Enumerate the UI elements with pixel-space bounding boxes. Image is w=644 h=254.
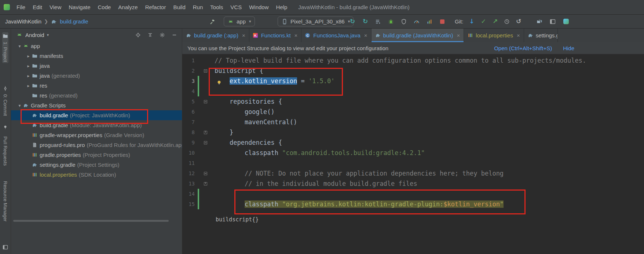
line-number[interactable]: 10 [182,148,195,158]
app-icon[interactable] [4,4,10,10]
tool-stripe-pin[interactable] [3,125,8,131]
history-clock-icon[interactable] [504,18,510,25]
editor-line[interactable]: 15 classpath "org.jetbrains.kotlin:kotli… [182,199,644,209]
project-view-selector[interactable]: Android [25,32,44,38]
tree-item-java[interactable]: ▸java [11,61,182,71]
editor-line[interactable]: 11 [182,158,644,168]
tree-item-gradle-properties-project-properties[interactable]: gradle.properties(Project Properties) [11,150,182,160]
tab-functionsjava-java[interactable]: CFunctionsJava.java× [301,29,371,42]
menu-item-help[interactable]: Help [272,0,291,15]
open-project-structure-link[interactable]: Open (Ctrl+Alt+Shift+S) [494,45,552,51]
editor-line[interactable]: 2buildscript { [182,66,644,76]
breadcrumb-file[interactable]: build.gradle [60,18,88,25]
editor-line[interactable]: 7 mavenCentral() [182,117,644,127]
commit-check-icon[interactable]: ✓ [480,18,487,25]
stripe-bottom-icon[interactable] [3,244,8,251]
chevron-right-icon[interactable]: ▸ [25,54,32,59]
debug-icon[interactable] [388,18,394,25]
chevron-right-icon[interactable]: ▸ [25,83,32,88]
line-number[interactable]: 1 [182,55,195,66]
tool-stripe-1-project[interactable]: 1: Project [2,32,8,63]
editor-breadcrumb[interactable]: buildscript{} [216,216,259,223]
close-icon[interactable]: × [457,32,460,38]
chevron-down-icon[interactable]: ▾ [16,103,23,108]
line-number[interactable]: 4 [182,86,195,96]
chevron-down-icon[interactable]: ▾ [47,33,49,37]
gradient-badge-icon[interactable] [563,18,569,25]
tab-build-gradle-app[interactable]: build.gradle (:app)× [182,29,249,42]
menu-item-window[interactable]: Window [245,0,272,15]
profiler-icon[interactable] [426,18,433,25]
tool-window-layout-icon[interactable] [549,18,556,25]
editor-line[interactable]: 6 google() [182,107,644,117]
line-number[interactable]: 9 [182,137,195,148]
tree-item-settings-gradle-project-settings[interactable]: settings.gradle(Project Settings) [11,160,182,170]
menu-item-tools[interactable]: Tools [206,0,227,15]
tab-settings-gradle[interactable]: settings.gradle× [524,29,558,42]
code-editor[interactable]: 1// Top-level build file where you can a… [182,54,644,254]
chevron-down-icon[interactable]: ▾ [16,44,23,49]
menu-item-edit[interactable]: Edit [29,0,46,15]
push-icon[interactable]: ↗ [492,18,498,25]
line-number[interactable]: 7 [182,117,195,127]
menu-item-code[interactable]: Code [94,0,114,15]
hide-panel-icon[interactable] [171,32,178,38]
line-number[interactable]: 3 [182,76,195,86]
tree-item-java-generated[interactable]: ▸java(generated) [11,71,182,81]
fold-open-icon[interactable] [199,96,212,107]
close-icon[interactable]: × [517,32,520,38]
menu-item-build[interactable]: Build [169,0,189,15]
attach-debugger-icon[interactable] [375,18,381,25]
menu-item-run[interactable]: Run [189,0,207,15]
stop-icon[interactable] [439,18,446,25]
tree-item-build-gradle-module-javawithkotlin-app[interactable]: build.gradle(Module: JavaWithKotlin.app) [11,120,182,130]
apply-code-changes-icon[interactable]: ↻ [362,18,369,25]
menu-item-view[interactable]: View [46,0,65,15]
tree-item-res-generated[interactable]: res(generated) [11,91,182,100]
tree-item-gradle-wrapper-properties-gradle-version[interactable]: gradle-wrapper.properties(Gradle Version… [11,130,182,140]
tree-item-local-properties-sdk-location[interactable]: local.properties(SDK Location) [11,170,182,180]
tab-functions-kt[interactable]: KFunctions.kt× [249,29,302,42]
close-icon[interactable]: × [364,32,367,38]
editor-line[interactable]: 4 [182,86,644,96]
editor-line[interactable]: 9 dependencies { [182,137,644,148]
fold-open-icon[interactable] [199,66,212,76]
line-number[interactable]: 14 [182,189,195,199]
editor-line[interactable]: 14 [182,189,644,199]
update-project-icon[interactable]: ↓ [468,18,475,25]
fold-open-icon[interactable] [199,168,212,178]
editor-line[interactable]: 13 // in the individual module build.gra… [182,178,644,189]
tree-item-gradle-scripts[interactable]: ▾Gradle Scripts [11,100,182,110]
run-config-selector[interactable]: app ▾ [224,16,255,26]
profiler-gauge-icon[interactable] [413,18,420,25]
hide-notification-link[interactable]: Hide [563,45,574,51]
tab-local-properties[interactable]: local.properties× [464,29,524,42]
fold-close-icon[interactable] [199,178,212,189]
tree-item-build-gradle-project-javawithkotlin[interactable]: build.gradle(Project: JavaWithKotlin) [11,110,182,120]
editor-line[interactable]: 10 classpath "com.android.tools.build:gr… [182,148,644,158]
line-number[interactable]: 2 [182,66,195,76]
apply-changes-icon[interactable]: ↻ [349,18,356,25]
settings-gear-icon[interactable] [159,32,165,38]
tab-build-gradle-javawithkotlin[interactable]: build.gradle (JavaWithKotlin)× [372,29,464,42]
build-hammer-icon[interactable] [209,18,216,25]
close-icon[interactable]: × [294,32,298,38]
menu-item-file[interactable]: File [13,0,29,15]
tree-item-app[interactable]: ▾app [11,41,182,51]
rollback-icon[interactable]: ↺ [515,18,522,25]
line-number[interactable]: 12 [182,168,195,178]
breadcrumb-project[interactable]: JavaWithKotlin [5,18,41,25]
device-file-explorer-icon[interactable] [536,18,543,25]
editor-line[interactable]: 8 } [182,127,644,137]
collapse-all-icon[interactable] [147,32,153,38]
tree-item-res[interactable]: ▸res [11,81,182,91]
line-number[interactable]: 6 [182,107,195,117]
line-number[interactable]: 15 [182,199,195,209]
device-selector[interactable]: Pixel_3a_API_30_x86 ▾ [278,16,354,26]
fold-open-icon[interactable] [199,137,212,148]
tool-stripe-pull-requests[interactable]: Pull Requests [3,136,8,166]
menu-item-analyze[interactable]: Analyze [114,0,141,15]
horizontal-scrollbar[interactable] [13,220,169,222]
fold-close-icon[interactable] [199,127,212,137]
tree-item-proguard-rules-pro-proguard-rules-for-javawithkotlin-app[interactable]: proguard-rules.pro(ProGuard Rules for Ja… [11,140,182,150]
